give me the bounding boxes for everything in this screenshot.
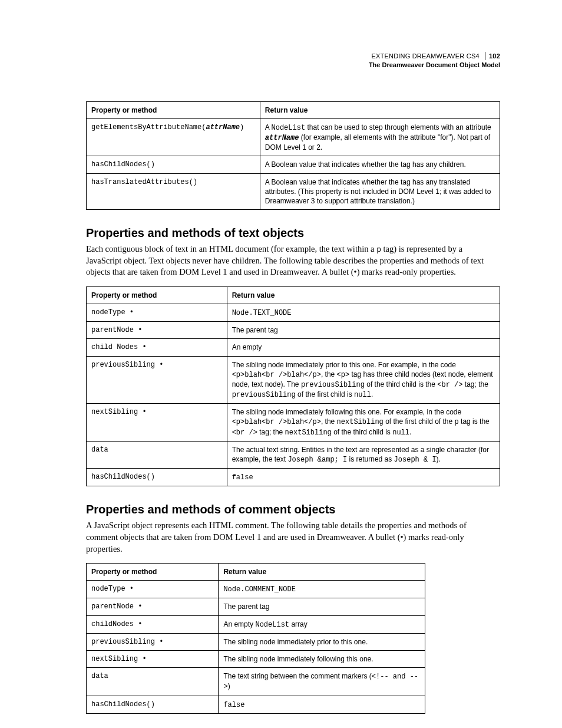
cell-property: hasChildNodes() — [87, 469, 227, 486]
col-header-return: Return value — [219, 564, 425, 581]
cell-property: parentNode • — [87, 598, 219, 615]
cell-return: The sibling node immediately following t… — [219, 651, 425, 668]
heading-text-objects: Properties and methods of text objects — [86, 226, 500, 240]
cell-return: false — [227, 469, 500, 486]
cell-return: The sibling node immediately prior to th… — [227, 356, 500, 404]
section-title: The Dreamweaver Document Object Model — [86, 61, 500, 69]
table-row: child Nodes • An empty — [87, 339, 500, 356]
cell-return: The sibling node immediately prior to th… — [219, 633, 425, 650]
running-header: EXTENDING DREAMWEAVER CS4 102 The Dreamw… — [86, 52, 500, 70]
col-header-property: Property or method — [87, 286, 227, 304]
cell-return: An empty NodeList array — [219, 615, 425, 633]
table-row: childNodes • An empty NodeList array — [87, 615, 425, 633]
cell-property: data — [87, 441, 227, 468]
table-row: nodeType • Node.TEXT_NODE — [87, 304, 500, 321]
table-row: hasChildNodes() false — [87, 696, 425, 713]
cell-return: A NodeList that can be used to step thro… — [260, 118, 500, 156]
cell-return: The sibling node immediately following t… — [227, 404, 500, 442]
cell-property: data — [87, 668, 219, 696]
doc-title: EXTENDING DREAMWEAVER CS4 — [372, 52, 480, 60]
table-header-row: Property or method Return value — [87, 564, 425, 581]
col-header-return: Return value — [260, 101, 500, 118]
cell-property: nextSibling • — [87, 404, 227, 442]
heading-comment-objects: Properties and methods of comment object… — [86, 503, 500, 516]
cell-property: child Nodes • — [87, 339, 227, 356]
col-header-property: Property or method — [87, 101, 260, 118]
cell-property: previousSibling • — [87, 356, 227, 404]
table-row: previousSibling • The sibling node immed… — [87, 633, 425, 650]
table-text-objects: Property or method Return value nodeType… — [86, 286, 500, 487]
table-row: getElementsByAttributeName(attrName) A N… — [87, 118, 500, 156]
cell-property: hasChildNodes() — [87, 696, 219, 713]
cell-property: childNodes • — [87, 615, 219, 633]
table-comment-objects: Property or method Return value nodeType… — [86, 563, 425, 714]
table-row: parentNode • The parent tag — [87, 322, 500, 339]
table-header-row: Property or method Return value — [87, 101, 500, 118]
table-header-row: Property or method Return value — [87, 286, 500, 304]
cell-property: nodeType • — [87, 304, 227, 321]
cell-return: The parent tag — [219, 598, 425, 615]
table-row: data The actual text string. Entities in… — [87, 441, 500, 468]
table-row: parentNode • The parent tag — [87, 598, 425, 615]
cell-return: A Boolean value that indicates whether t… — [260, 156, 500, 173]
table-row: nodeType • Node.COMMENT_NODE — [87, 581, 425, 598]
table-row: hasChildNodes() A Boolean value that ind… — [87, 156, 500, 173]
table-row: data The text string between the comment… — [87, 668, 425, 696]
cell-return: The text string between the comment mark… — [219, 668, 425, 696]
cell-return: A Boolean value that indicates whether t… — [260, 173, 500, 210]
cell-return: Node.COMMENT_NODE — [219, 581, 425, 598]
table-row: hasChildNodes() false — [87, 469, 500, 486]
table-tag-methods: Property or method Return value getEleme… — [86, 101, 500, 210]
paragraph: A JavaScript object represents each HTML… — [86, 520, 500, 555]
cell-property: hasTranslatedAttributes() — [87, 173, 260, 210]
cell-property: previousSibling • — [87, 633, 219, 650]
cell-property: nextSibling • — [87, 651, 219, 668]
table-row: previousSibling • The sibling node immed… — [87, 356, 500, 404]
cell-return: An empty — [227, 339, 500, 356]
table-row: nextSibling • The sibling node immediate… — [87, 651, 425, 668]
page: EXTENDING DREAMWEAVER CS4 102 The Dreamw… — [0, 0, 562, 728]
cell-return: The actual text string. Entities in the … — [227, 441, 500, 468]
cell-return: The parent tag — [227, 322, 500, 339]
cell-property: getElementsByAttributeName(attrName) — [87, 118, 260, 156]
cell-return: false — [219, 696, 425, 713]
cell-property: nodeType • — [87, 581, 219, 598]
table-row: hasTranslatedAttributes() A Boolean valu… — [87, 173, 500, 210]
page-number: 102 — [485, 52, 500, 60]
table-row: nextSibling • The sibling node immediate… — [87, 404, 500, 442]
paragraph: Each contiguous block of text in an HTML… — [86, 243, 500, 278]
cell-property: parentNode • — [87, 322, 227, 339]
cell-return: Node.TEXT_NODE — [227, 304, 500, 321]
cell-property: hasChildNodes() — [87, 156, 260, 173]
col-header-property: Property or method — [87, 564, 219, 581]
col-header-return: Return value — [227, 286, 500, 304]
